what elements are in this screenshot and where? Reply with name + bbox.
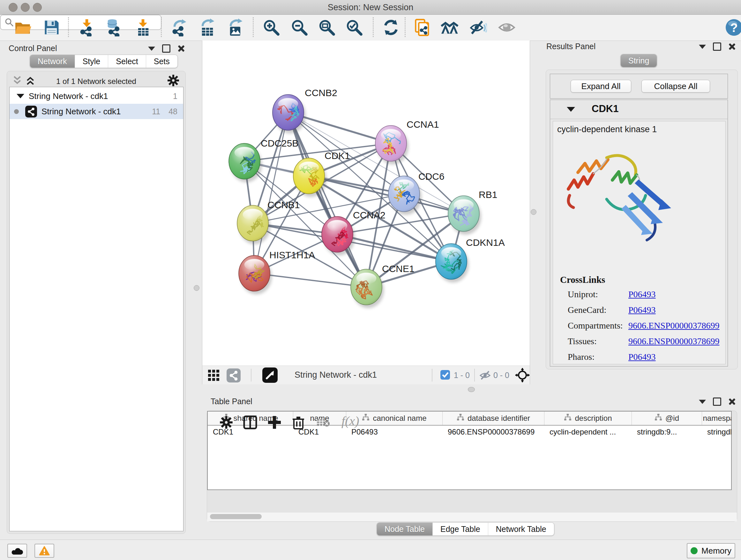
warnings-button[interactable] — [35, 544, 54, 558]
grid-view-icon[interactable] — [208, 370, 219, 382]
selected-checkbox[interactable] — [441, 370, 450, 380]
table-cell[interactable]: stringdb:9... — [632, 426, 702, 438]
duplicate-network-icon[interactable] — [414, 18, 431, 37]
float-panel-icon[interactable] — [148, 47, 155, 51]
tab-network-table[interactable]: Network Table — [488, 523, 554, 536]
crosslink-link[interactable]: P06493 — [628, 352, 656, 362]
node-cdkn1a[interactable]: CDKN1A — [435, 237, 505, 283]
node-label-ccnb2: CCNB2 — [305, 87, 337, 98]
import-network-database-icon[interactable] — [105, 18, 123, 37]
maximize-panel-icon[interactable] — [713, 397, 721, 406]
crosslink-link[interactable]: P06493 — [628, 305, 656, 315]
zoom-selected-icon[interactable] — [345, 18, 363, 37]
export-table-icon[interactable] — [199, 18, 216, 37]
node-rb1[interactable]: RB1 — [448, 189, 497, 235]
share-network-icon[interactable] — [226, 368, 241, 384]
memory-button[interactable]: Memory — [687, 543, 735, 558]
results-tab-string[interactable]: String — [620, 54, 657, 67]
crosslink-link[interactable]: 9606.ENSP00000378699 — [628, 336, 719, 347]
toolbar-separator — [251, 369, 252, 381]
first-neighbors-icon[interactable] — [441, 18, 458, 37]
hidden-counts: 0 - 0 — [493, 371, 509, 380]
collection-expand-icon[interactable] — [17, 94, 24, 98]
tab-sets[interactable]: Sets — [146, 55, 178, 68]
edge-ccnb2-ccne1[interactable] — [288, 112, 366, 287]
node-hist1h1a[interactable]: HIST1H1A — [239, 250, 315, 294]
maximize-panel-icon[interactable] — [162, 44, 171, 53]
zoom-in-icon[interactable] — [262, 18, 280, 37]
export-image-icon[interactable] — [226, 18, 245, 37]
left-splitter-handle[interactable] — [194, 285, 199, 291]
column-header-namespace[interactable]: namespace — [702, 412, 732, 425]
close-panel-icon[interactable] — [178, 45, 185, 52]
toolbar-separator — [474, 369, 475, 381]
expand-all-button[interactable]: Expand All — [570, 80, 631, 92]
refresh-view-icon[interactable] — [382, 18, 400, 37]
close-panel-icon[interactable] — [728, 398, 735, 405]
gene-section-header[interactable]: CDK1 — [550, 100, 728, 119]
crosslink-link[interactable]: 9606.ENSP00000378699 — [628, 320, 719, 331]
network-row-selected[interactable]: String Network - cdk1 11 48 — [10, 104, 183, 119]
column-header-database-identifier[interactable]: database identifier — [443, 412, 544, 425]
network-collection-row[interactable]: String Network - cdk1 1 — [10, 88, 183, 104]
import-table-file-icon[interactable] — [134, 18, 152, 37]
node-ccnb1[interactable]: CCNB1 — [237, 199, 300, 244]
table-cell[interactable]: P06493 — [346, 426, 443, 438]
cloud-icon — [11, 546, 23, 555]
network-canvas[interactable]: CCNB2CCNA1CDC25BCDK1CDC6RB1CCNB1CCNA2CDK… — [202, 41, 530, 366]
bottom-splitter-handle[interactable] — [468, 387, 475, 392]
show-all-icon[interactable] — [498, 18, 516, 37]
export-network-icon[interactable] — [171, 18, 188, 37]
maximize-panel-icon[interactable] — [713, 43, 721, 51]
right-splitter-handle[interactable] — [531, 209, 536, 215]
float-panel-icon[interactable] — [699, 400, 706, 404]
node-cdc6[interactable]: CDC6 — [388, 171, 445, 215]
control-panel: Control Panel NetworkStyleSelectSets 1 o… — [3, 43, 189, 533]
table-row[interactable]: CDK1CDK1P064939606.ENSP00000378699cyclin… — [208, 426, 731, 438]
column-header--id[interactable]: @id — [632, 412, 702, 425]
collection-label: String Network - cdk1 — [29, 91, 108, 101]
close-panel-icon[interactable] — [728, 43, 735, 50]
crosshair-icon[interactable] — [515, 368, 530, 384]
hidden-eye-icon[interactable] — [479, 370, 491, 382]
zoom-fit-content-icon[interactable] — [318, 18, 336, 37]
toolbar-separator — [253, 17, 254, 37]
node-cdc25b[interactable]: CDC25B — [229, 138, 298, 182]
crosslink-link[interactable]: P06493 — [628, 289, 656, 300]
edge-ccnb2-hist1h1a[interactable] — [254, 112, 288, 273]
node-ccna1[interactable]: CCNA1 — [375, 119, 439, 165]
node-table[interactable]: shared namenamecanonical namedatabase id… — [207, 411, 732, 490]
save-session-icon[interactable] — [43, 18, 61, 37]
tab-select[interactable]: Select — [108, 55, 145, 68]
network-options-gear-icon[interactable] — [167, 74, 180, 88]
import-network-file-icon[interactable] — [78, 18, 96, 37]
gene-section: CDK1 cyclin-dependent kinase 1 — [550, 100, 728, 367]
column-header-canonical-name[interactable]: canonical name — [346, 412, 443, 425]
tab-network[interactable]: Network — [30, 55, 75, 68]
node-ccnb2[interactable]: CCNB2 — [273, 87, 337, 133]
cloud-button[interactable] — [7, 544, 27, 558]
table-cell[interactable]: cyclin-dependent ... — [544, 426, 632, 438]
table-cell[interactable]: 9606.ENSP00000378699 — [443, 426, 544, 438]
collapse-all-button[interactable]: Collapse All — [642, 80, 710, 92]
delete-column-icon[interactable] — [291, 415, 306, 431]
table-cell[interactable]: stringdb — [702, 426, 732, 438]
birdseye-view-icon[interactable] — [262, 368, 278, 384]
float-panel-icon[interactable] — [699, 45, 706, 49]
node-ccne1[interactable]: CCNE1 — [351, 263, 414, 308]
split-columns-icon[interactable] — [243, 415, 257, 431]
add-column-icon[interactable] — [267, 415, 281, 431]
column-header-description[interactable]: description — [544, 412, 632, 425]
node-label-cdk1: CDK1 — [325, 150, 350, 161]
node-label-ccnb1: CCNB1 — [267, 199, 300, 210]
tab-style[interactable]: Style — [75, 55, 108, 68]
hide-selected-icon[interactable] — [469, 18, 487, 37]
zoom-out-icon[interactable] — [290, 18, 308, 37]
gene-name: CDK1 — [592, 103, 618, 115]
tab-edge-table[interactable]: Edge Table — [432, 523, 488, 536]
section-collapse-icon[interactable] — [567, 107, 575, 112]
table-gear-icon[interactable] — [219, 415, 233, 431]
help-icon[interactable]: ? — [725, 18, 741, 38]
tab-node-table[interactable]: Node Table — [377, 523, 432, 536]
open-session-icon[interactable] — [14, 18, 32, 37]
